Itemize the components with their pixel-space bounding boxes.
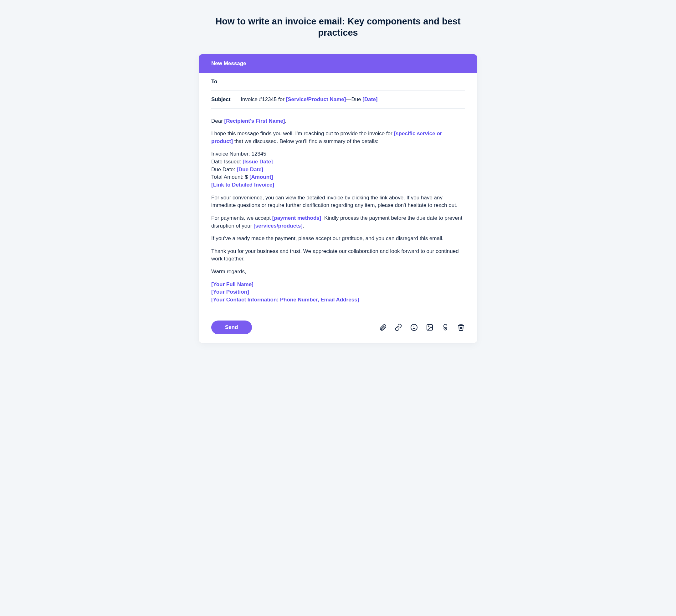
thanks-paragraph: Thank you for your business and trust. W… <box>211 247 465 263</box>
svg-point-6 <box>445 328 446 329</box>
lock-icon[interactable] <box>442 324 449 331</box>
emoji-icon[interactable] <box>410 324 418 331</box>
to-label: To <box>211 78 233 85</box>
payments-paragraph: For payments, we accept [payment methods… <box>211 214 465 230</box>
total-amount: Total Amount: $ [Amount] <box>211 173 465 181</box>
invoice-number: Invoice Number: 12345 <box>211 150 465 158</box>
due-date: Due Date: [Due Date] <box>211 166 465 174</box>
compose-header: New Message <box>199 54 477 73</box>
subject-row[interactable]: Subject Invoice #12345 for [Service/Prod… <box>211 91 465 109</box>
already-paid-paragraph: If you've already made the payment, plea… <box>211 235 465 242</box>
compose-footer: Send <box>211 313 465 334</box>
to-row[interactable]: To <box>211 73 465 91</box>
convenience-paragraph: For your convenience, you can view the d… <box>211 194 465 209</box>
link-icon[interactable] <box>395 324 402 331</box>
signature-name: [Your Full Name] <box>211 281 465 289</box>
compose-window: New Message To Subject Invoice #12345 fo… <box>199 54 477 343</box>
attachment-icon[interactable] <box>379 324 387 331</box>
svg-point-0 <box>411 324 417 331</box>
invoice-link: [Link to Detailed Invoice] <box>211 181 465 189</box>
subject-value: Invoice #12345 for [Service/Product Name… <box>241 96 378 103</box>
email-body[interactable]: Dear [Recipient's First Name], I hope th… <box>211 109 465 304</box>
image-icon[interactable] <box>426 324 434 331</box>
closing: Warm regards, <box>211 268 465 276</box>
greeting: Dear [Recipient's First Name], <box>211 117 465 125</box>
svg-point-4 <box>428 326 429 327</box>
page-title: How to write an invoice email: Key compo… <box>197 16 479 39</box>
send-button[interactable]: Send <box>211 321 252 334</box>
subject-label: Subject <box>211 96 233 103</box>
trash-icon[interactable] <box>457 324 465 331</box>
date-issued: Date Issued: [Issue Date] <box>211 158 465 166</box>
intro-paragraph: I hope this message finds you well. I'm … <box>211 130 465 145</box>
toolbar-icons <box>379 324 465 331</box>
signature-contact: [Your Contact Information: Phone Number,… <box>211 296 465 304</box>
signature-position: [Your Position] <box>211 288 465 296</box>
